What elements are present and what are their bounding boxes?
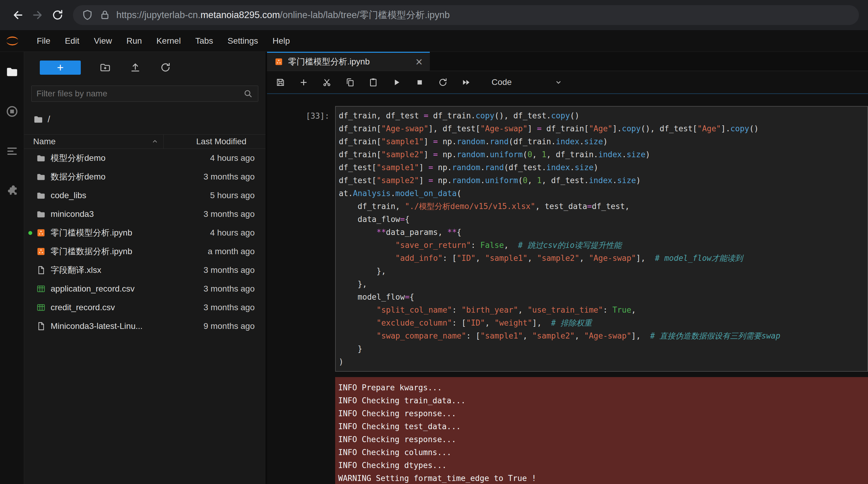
file-name: 字段翻译.xlsx	[51, 264, 101, 276]
file-list: 模型分析demo4 hours ago数据分析demo3 months agoc…	[24, 149, 266, 484]
main-area: 零门槛模型分析.ipynb ×	[267, 52, 868, 484]
file-row[interactable]: code_libs5 hours ago	[24, 186, 266, 205]
breadcrumb[interactable]: /	[33, 113, 266, 125]
tab-notebook[interactable]: 零门槛模型分析.ipynb ×	[267, 52, 430, 71]
sidebar-item-extensions[interactable]	[5, 184, 19, 198]
code-line: "add_info": ["ID", "sample1", "sample2",…	[339, 252, 864, 265]
sidebar-item-running-kernels[interactable]	[5, 105, 19, 118]
url-bar[interactable]: https://jupyterlab-cn.metanoia8295.com/o…	[73, 5, 859, 25]
column-header-name[interactable]: Name	[24, 135, 163, 149]
shield-icon[interactable]	[82, 9, 93, 21]
restart-kernel-button[interactable]	[438, 77, 448, 87]
output-line: WARNING Setting format_time_edge to True…	[338, 472, 865, 484]
menu-item-tabs[interactable]: Tabs	[188, 30, 220, 52]
file-name: 零门槛模型分析.ipynb	[51, 227, 132, 238]
new-folder-button[interactable]	[99, 62, 111, 73]
code-line: "save_or_return": False, # 跳过csv的io读写提升性…	[339, 239, 864, 252]
menu-item-view[interactable]: View	[87, 30, 119, 52]
close-icon[interactable]: ×	[408, 56, 423, 68]
code-line: "exclude_column": ["ID", "weight"], # 排除…	[339, 317, 864, 329]
sidebar-item-table-of-contents[interactable]	[5, 144, 19, 158]
filter-files-box[interactable]	[31, 86, 258, 102]
refresh-file-list-button[interactable]	[160, 62, 171, 73]
output-line: INFO Checking response...	[338, 407, 865, 420]
menubar-items: FileEditViewRunKernelTabsSettingsHelp	[30, 30, 297, 52]
code-editor[interactable]: df_train, df_test = df_train.copy(), df_…	[335, 106, 868, 372]
code-editor-content: df_train, df_test = df_train.copy(), df_…	[339, 109, 864, 368]
upload-button[interactable]	[130, 62, 141, 73]
new-launcher-button[interactable]: +	[40, 61, 81, 75]
browser-reload-button[interactable]	[48, 5, 67, 25]
file-modified: 9 months ago	[204, 321, 266, 331]
column-name-label: Name	[33, 137, 56, 147]
file-modified: a month ago	[208, 247, 266, 256]
tab-bar: 零门槛模型分析.ipynb ×	[267, 52, 868, 71]
file-browser-panel: + / Name	[24, 52, 267, 484]
file-row[interactable]: credit_record.csv3 months ago	[24, 298, 266, 317]
folder-icon	[36, 172, 46, 182]
filter-files-input[interactable]	[36, 89, 243, 98]
run-cell-button[interactable]	[392, 77, 401, 87]
menu-item-edit[interactable]: Edit	[58, 30, 87, 52]
code-line: at.Analysis.model_on_data(	[339, 187, 864, 200]
restart-run-all-button[interactable]	[461, 77, 471, 87]
file-name: code_libs	[51, 191, 86, 200]
code-line: df_train, "./模型分析demo/v15/v15.xlsx", tes…	[339, 200, 864, 213]
file-browser-toolbar: +	[24, 60, 266, 75]
save-button[interactable]	[276, 77, 285, 87]
cell-type-dropdown[interactable]: Code	[492, 77, 563, 87]
url-domain: metanoia8295.com	[200, 10, 280, 20]
cell-output-area: INFO Prepare kwargs...INFO Checking trai…	[267, 377, 868, 484]
output-line: INFO Checking train_data...	[338, 394, 865, 407]
breadcrumb-root[interactable]: /	[48, 114, 50, 124]
paste-cells-button[interactable]	[368, 77, 378, 87]
browser-back-button[interactable]	[8, 5, 28, 25]
interrupt-kernel-button[interactable]	[415, 77, 425, 87]
column-header-last-modified[interactable]: Last Modified	[163, 135, 266, 149]
run-icon	[392, 77, 401, 87]
file-row[interactable]: 字段翻译.xlsx3 months ago	[24, 261, 266, 280]
notebook-toolbar: Code	[267, 71, 868, 94]
extensions-icon	[5, 184, 19, 198]
menu-item-file[interactable]: File	[30, 30, 58, 52]
code-line: model_flow={	[339, 291, 864, 303]
notebook-icon	[36, 228, 46, 238]
menu-item-run[interactable]: Run	[119, 30, 149, 52]
file-list-header: Name Last Modified	[24, 134, 266, 149]
file-row[interactable]: 零门槛数据分析.ipynba month ago	[24, 242, 266, 261]
home-folder-icon[interactable]	[33, 114, 43, 124]
page: https://jupyterlab-cn.metanoia8295.com/o…	[0, 0, 868, 484]
run-dot-placeholder	[28, 156, 36, 160]
code-line: data_flow={	[339, 213, 864, 226]
cut-cells-button[interactable]	[322, 77, 332, 87]
run-dot-placeholder	[28, 305, 36, 310]
run-dot-placeholder	[28, 249, 36, 254]
file-row[interactable]: miniconda33 months ago	[24, 205, 266, 224]
activity-bar	[0, 52, 24, 484]
execution-count: [33]:	[267, 106, 335, 123]
code-line: }	[339, 343, 864, 355]
sidebar-item-file-browser[interactable]	[5, 65, 19, 78]
add-cell-button[interactable]	[299, 77, 309, 87]
menu-item-kernel[interactable]: Kernel	[149, 30, 188, 52]
file-name: 数据分析demo	[51, 171, 105, 183]
file-row[interactable]: 数据分析demo3 months ago	[24, 167, 266, 186]
menu-item-settings[interactable]: Settings	[220, 30, 265, 52]
file-modified: 3 months ago	[204, 265, 266, 275]
copy-cells-button[interactable]	[345, 77, 355, 87]
lock-icon[interactable]	[99, 9, 111, 21]
cut-icon	[322, 77, 332, 87]
notebook-icon	[274, 57, 283, 66]
browser-forward-button[interactable]	[28, 5, 48, 25]
csv-icon	[36, 284, 46, 294]
file-row[interactable]: 模型分析demo4 hours ago	[24, 149, 266, 167]
file-row[interactable]: application_record.csv3 months ago	[24, 280, 266, 298]
run-dot-placeholder	[28, 268, 36, 272]
file-row[interactable]: 零门槛模型分析.ipynb4 hours ago	[24, 224, 266, 242]
file-row[interactable]: Miniconda3-latest-Linu...9 months ago	[24, 317, 266, 335]
file-icon	[36, 265, 46, 275]
url-text: https://jupyterlab-cn.metanoia8295.com/o…	[116, 9, 450, 21]
refresh-icon	[160, 62, 171, 73]
notebook-content[interactable]: [33]: df_train, df_test = df_train.copy(…	[267, 94, 868, 484]
menu-item-help[interactable]: Help	[265, 30, 297, 52]
